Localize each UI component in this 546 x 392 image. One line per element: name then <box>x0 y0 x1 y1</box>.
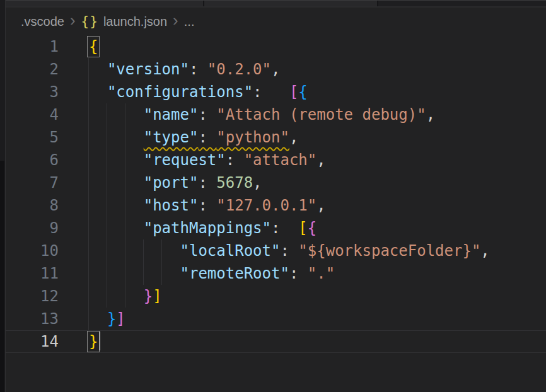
line-number[interactable]: 7 <box>6 171 89 194</box>
line-number[interactable]: 1 <box>6 35 89 58</box>
line-number[interactable]: 2 <box>6 58 89 81</box>
indent-whitespace <box>89 242 180 260</box>
line-number[interactable]: 4 <box>6 103 89 126</box>
code-line[interactable]: 5 "type": "python", <box>6 126 546 149</box>
code-text[interactable]: "remoteRoot": "." <box>89 262 546 285</box>
code-token: "version" <box>107 61 189 78</box>
code-token: , <box>271 61 280 78</box>
code-token: "127.0.0.1" <box>216 197 317 214</box>
code-token: : <box>289 265 308 282</box>
indent-whitespace <box>89 219 144 237</box>
code-token: , <box>253 174 262 192</box>
indent-whitespace <box>89 265 180 282</box>
breadcrumb-overflow[interactable]: ... <box>184 14 195 29</box>
indent-whitespace <box>89 129 144 146</box>
code-token: , <box>317 151 325 169</box>
code-token: "attach" <box>244 151 317 169</box>
tab-separator <box>203 0 204 6</box>
code-token: "port" <box>144 174 199 192</box>
code-text[interactable]: } <box>89 330 546 353</box>
code-token: "python" <box>216 129 289 146</box>
indent-whitespace <box>89 287 144 305</box>
code-text[interactable]: "type": "python", <box>89 126 546 149</box>
code-token: , <box>426 106 435 124</box>
code-line[interactable]: 13 }] <box>6 308 546 330</box>
indent-whitespace <box>89 197 144 214</box>
code-area[interactable]: 1{2 "version": "0.2.0",3 "configurations… <box>6 35 546 353</box>
window-top-edge <box>0 0 546 1</box>
code-text[interactable]: "port": 5678, <box>89 171 546 194</box>
code-line[interactable]: 6 "request": "attach", <box>6 149 546 171</box>
code-line[interactable]: 10 "localRoot": "${workspaceFolder}", <box>6 239 546 262</box>
code-text[interactable]: "version": "0.2.0", <box>89 58 546 81</box>
code-text[interactable]: { <box>89 35 546 58</box>
breadcrumb: .vscode › {} launch.json › ... <box>6 8 546 35</box>
line-number[interactable]: 14 <box>6 330 89 353</box>
indent-whitespace <box>89 310 107 328</box>
code-token: : <box>189 61 207 78</box>
matched-bracket: { <box>89 38 98 55</box>
breadcrumb-folder[interactable]: .vscode <box>21 14 64 29</box>
code-token: : <box>271 219 298 237</box>
code-line[interactable]: 2 "version": "0.2.0", <box>6 58 546 81</box>
code-text[interactable]: }] <box>89 308 546 330</box>
code-token: ] <box>153 287 161 305</box>
tab-bar[interactable] <box>6 0 546 6</box>
code-token: "Attach (remote debug)" <box>216 106 426 124</box>
code-token: "pathMappings" <box>144 219 271 237</box>
tab-separator <box>377 0 378 6</box>
code-token: , <box>480 242 489 260</box>
code-token: , <box>317 197 325 214</box>
code-line[interactable]: 7 "port": 5678, <box>6 171 546 194</box>
code-text[interactable]: "host": "127.0.0.1", <box>89 194 546 217</box>
line-number[interactable]: 9 <box>6 217 89 239</box>
code-text[interactable]: "name": "Attach (remote debug)", <box>89 103 546 126</box>
line-number[interactable]: 11 <box>6 262 89 285</box>
code-token: 5678 <box>216 174 253 192</box>
code-token: : <box>226 151 244 169</box>
sidebar-edge <box>0 0 6 392</box>
code-text[interactable]: "localRoot": "${workspaceFolder}", <box>89 239 546 262</box>
warning-squiggle: "type": "python" <box>144 129 289 146</box>
line-number[interactable]: 8 <box>6 194 89 217</box>
indent-whitespace <box>89 83 107 101</box>
code-token: "request" <box>144 151 226 169</box>
editor-pane[interactable]: .vscode › {} launch.json › ... 1{2 "vers… <box>6 8 546 392</box>
code-line[interactable]: 4 "name": "Attach (remote debug)", <box>6 103 546 126</box>
line-number[interactable]: 13 <box>6 308 89 330</box>
code-token: { <box>298 83 307 101</box>
text-cursor <box>99 331 100 350</box>
code-text[interactable]: }] <box>89 285 546 308</box>
line-number[interactable]: 12 <box>6 285 89 308</box>
indent-whitespace <box>89 106 144 124</box>
code-token: "host" <box>144 197 199 214</box>
code-line[interactable]: 1{ <box>6 35 546 58</box>
code-token: "0.2.0" <box>207 61 271 78</box>
code-token: [ <box>289 83 298 101</box>
line-number[interactable]: 10 <box>6 239 89 262</box>
line-number[interactable]: 6 <box>6 149 89 171</box>
code-text[interactable]: "pathMappings": [{ <box>89 217 546 239</box>
line-number[interactable]: 5 <box>6 126 89 149</box>
code-line[interactable]: 8 "host": "127.0.0.1", <box>6 194 546 217</box>
chevron-right-icon: › <box>173 14 178 26</box>
breadcrumb-file[interactable]: launch.json <box>103 14 167 29</box>
code-line[interactable]: 12 }] <box>6 285 546 308</box>
code-token: } <box>107 310 116 328</box>
json-braces-icon: {} <box>81 14 98 29</box>
code-token: : <box>198 197 216 214</box>
code-token: : <box>198 174 216 192</box>
vscode-window: .vscode › {} launch.json › ... 1{2 "vers… <box>0 0 546 392</box>
code-token: { <box>308 219 317 237</box>
code-text[interactable]: "request": "attach", <box>89 149 546 171</box>
matched-bracket: } <box>89 333 98 350</box>
code-line[interactable]: 14} <box>6 330 546 353</box>
code-line[interactable]: 11 "remoteRoot": "." <box>6 262 546 285</box>
code-token: } <box>144 287 153 305</box>
code-line[interactable]: 3 "configurations": [{ <box>6 81 546 103</box>
code-line[interactable]: 9 "pathMappings": [{ <box>6 217 546 239</box>
chevron-right-icon: › <box>70 14 76 26</box>
code-text[interactable]: "configurations": [{ <box>89 81 546 103</box>
line-number[interactable]: 3 <box>6 81 89 103</box>
code-token: : <box>253 83 289 101</box>
